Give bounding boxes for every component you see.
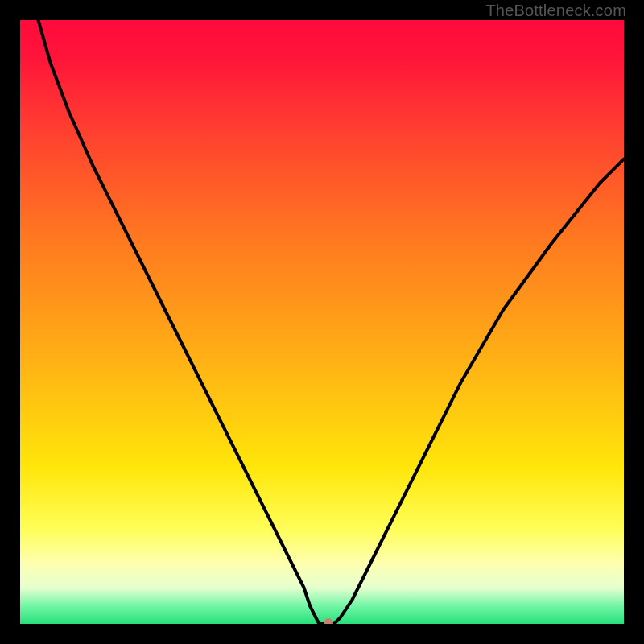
curve-svg: [20, 20, 624, 624]
optimal-point-marker: [324, 618, 333, 624]
plot-area: [20, 20, 624, 624]
bottleneck-curve-path: [39, 20, 625, 624]
chart-frame: TheBottleneck.com: [0, 0, 644, 644]
watermark-text: TheBottleneck.com: [485, 2, 626, 20]
